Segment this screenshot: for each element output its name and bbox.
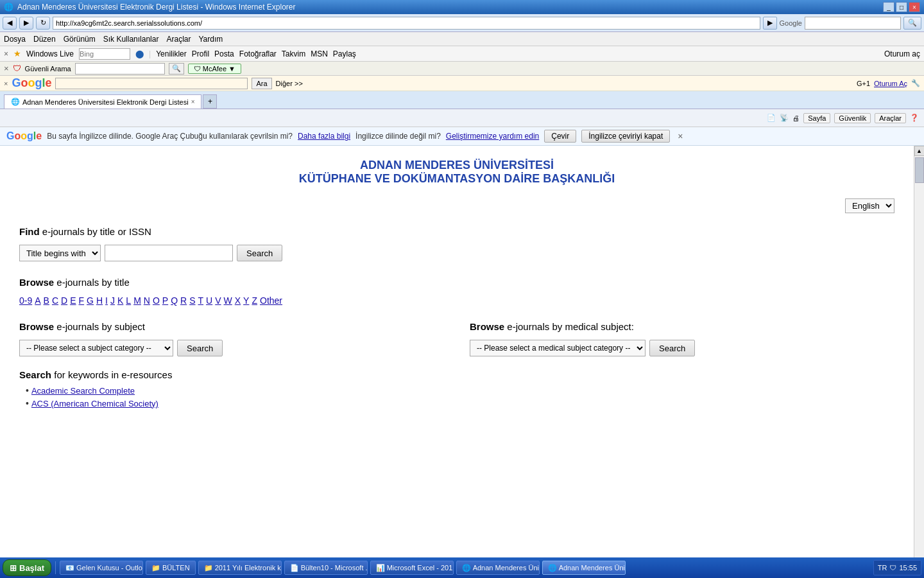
taskbar-item-6[interactable]: 🌐 Adnan Menderes Üni... xyxy=(542,561,626,575)
alpha-09[interactable]: 0-9 xyxy=(19,295,32,306)
menu-duzen[interactable]: Düzen xyxy=(33,35,56,44)
alpha-s[interactable]: S xyxy=(189,295,195,306)
windows-live-link[interactable]: Windows Live xyxy=(26,49,74,58)
title-search-button[interactable]: Search xyxy=(237,245,282,261)
alpha-a[interactable]: A xyxy=(35,295,40,306)
maximize-button[interactable]: □ xyxy=(896,2,907,12)
wrench-icon[interactable]: 🔧 xyxy=(911,79,920,87)
alpha-h[interactable]: H xyxy=(96,295,103,306)
tab-close-button[interactable]: × xyxy=(191,98,195,105)
alpha-l[interactable]: L xyxy=(126,295,131,306)
msn-link[interactable]: MSN xyxy=(311,49,328,58)
cancel-translate-button[interactable]: İngilizce çeviriyi kapat xyxy=(581,130,670,143)
profil-link[interactable]: Profil xyxy=(192,49,209,58)
alpha-m[interactable]: M xyxy=(133,295,141,306)
back-button[interactable]: ◀ xyxy=(3,17,17,30)
start-button[interactable]: ⊞ Başlat xyxy=(3,559,51,576)
alpha-q[interactable]: Q xyxy=(171,295,178,306)
alpha-o[interactable]: O xyxy=(153,295,160,306)
menu-yardim[interactable]: Yardım xyxy=(198,35,223,44)
language-select[interactable]: English Türkçe xyxy=(845,198,894,213)
mcafee-button[interactable]: 🛡 McAfee ▼ xyxy=(188,64,241,74)
alpha-z[interactable]: Z xyxy=(252,295,257,306)
mcafee-dropdown-icon[interactable]: ▼ xyxy=(228,65,235,73)
paylas-link[interactable]: Paylaş xyxy=(333,49,356,58)
help-improve-link[interactable]: Geliştirmemize yardım edin xyxy=(446,132,539,141)
main-tab[interactable]: 🌐 Adnan Menderes Üniversitesi Elektronik… xyxy=(4,94,201,109)
alpha-v[interactable]: V xyxy=(215,295,221,306)
two-column-browse: Browse e-journals by subject -- Please s… xyxy=(19,321,894,356)
new-tab-button[interactable]: + xyxy=(203,94,217,109)
alpha-w[interactable]: W xyxy=(224,295,232,306)
yenilikler-link[interactable]: Yenilikler xyxy=(156,49,187,58)
google-ara-button[interactable]: Ara xyxy=(252,78,271,89)
title-search-select[interactable]: Title begins with Title contains ISSN xyxy=(19,245,101,261)
title-search-input[interactable] xyxy=(105,245,233,261)
medical-select[interactable]: -- Please select a medical subject categ… xyxy=(470,340,646,356)
academic-search-link[interactable]: Academic Search Complete xyxy=(31,386,135,396)
alpha-y[interactable]: Y xyxy=(243,295,249,306)
alpha-d[interactable]: D xyxy=(61,295,67,306)
alpha-p[interactable]: P xyxy=(162,295,168,306)
araclar-button[interactable]: Araçlar xyxy=(875,113,906,123)
bing-input[interactable] xyxy=(79,48,130,60)
translate-close-button[interactable]: × xyxy=(678,131,683,141)
alpha-t[interactable]: T xyxy=(198,295,204,306)
taskbar-item-4[interactable]: 📊 Microsoft Excel - 201... xyxy=(370,561,454,575)
alpha-u[interactable]: U xyxy=(206,295,212,306)
forward-button[interactable]: ▶ xyxy=(19,17,33,30)
alpha-i[interactable]: I xyxy=(105,295,108,306)
subject-select[interactable]: -- Please select a subject category -- xyxy=(19,340,173,356)
taskbar-item-2[interactable]: 📁 2011 Yılı Elektronik ka... xyxy=(198,561,282,575)
google-toolbar-close[interactable]: × xyxy=(4,80,8,87)
taskbar-item-3[interactable]: 📄 Bülten10 - Microsoft ... xyxy=(284,561,368,575)
alpha-f[interactable]: F xyxy=(79,295,85,306)
menu-gorunum[interactable]: Görünüm xyxy=(64,35,96,44)
more-info-link[interactable]: Daha fazla bilgi xyxy=(298,132,350,141)
google-search-input[interactable] xyxy=(805,17,901,30)
scroll-thumb[interactable] xyxy=(915,157,924,183)
taskbar-item-0[interactable]: 📧 Gelen Kutusu - Outlo... xyxy=(60,561,143,575)
acs-link[interactable]: ACS (American Chemical Society) xyxy=(31,399,158,408)
close-button[interactable]: × xyxy=(909,2,920,12)
alpha-x[interactable]: X xyxy=(235,295,241,306)
go-button[interactable]: ▶ xyxy=(763,17,777,30)
taskbar-item-5[interactable]: 🌐 Adnan Menderes Üni... xyxy=(456,561,540,575)
alpha-r[interactable]: R xyxy=(180,295,187,306)
alpha-j[interactable]: J xyxy=(110,295,115,306)
address-input[interactable] xyxy=(53,17,760,30)
guvenlik-button[interactable]: Güvenlik xyxy=(834,113,871,123)
menu-sik-kullanilanlar[interactable]: Sık Kullanılanlar xyxy=(103,35,159,44)
google-search-button[interactable]: 🔍 xyxy=(903,17,921,30)
security-search-input[interactable] xyxy=(75,63,165,74)
alpha-c[interactable]: C xyxy=(52,295,58,306)
google-toolbar-input[interactable] xyxy=(55,78,248,89)
security-search-button[interactable]: 🔍 xyxy=(169,63,184,74)
help-icon[interactable]: ❓ xyxy=(910,114,919,122)
fotograflar-link[interactable]: Fotoğraflar xyxy=(239,49,277,58)
close-security-bar[interactable]: × xyxy=(4,64,9,73)
alpha-n[interactable]: N xyxy=(144,295,150,306)
medical-search-button[interactable]: Search xyxy=(649,340,695,356)
alpha-b[interactable]: B xyxy=(44,295,49,306)
shield-icon: 🛡 xyxy=(13,64,21,73)
diger-link[interactable]: Diğer >> xyxy=(276,80,303,87)
sayfa-button[interactable]: Sayfa xyxy=(803,113,830,123)
minimize-button[interactable]: _ xyxy=(883,2,894,12)
menu-dosya[interactable]: Dosya xyxy=(4,35,26,44)
posta-link[interactable]: Posta xyxy=(214,49,234,58)
alpha-e[interactable]: E xyxy=(70,295,76,306)
alpha-g[interactable]: G xyxy=(87,295,94,306)
google-login-link[interactable]: Oturum Aç xyxy=(874,80,907,87)
close-fav-bar[interactable]: × xyxy=(4,49,8,58)
login-link[interactable]: Oturum aç xyxy=(884,49,920,58)
scroll-up-button[interactable]: ▲ xyxy=(914,146,925,156)
takvim-link[interactable]: Takvim xyxy=(282,49,305,58)
translate-button[interactable]: Çevir xyxy=(544,130,576,143)
taskbar-item-1[interactable]: 📁 BÜLTEN xyxy=(146,561,196,575)
alpha-k[interactable]: K xyxy=(117,295,123,306)
alpha-other[interactable]: Other xyxy=(260,295,282,306)
menu-araclar[interactable]: Araçlar xyxy=(166,35,191,44)
refresh-button[interactable]: ↻ xyxy=(36,17,50,30)
subject-search-button[interactable]: Search xyxy=(177,340,223,356)
